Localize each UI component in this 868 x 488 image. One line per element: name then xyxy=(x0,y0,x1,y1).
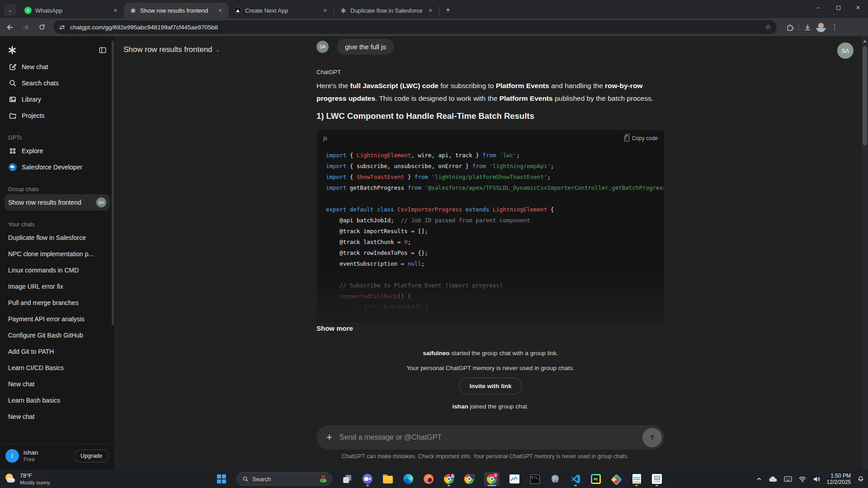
chrome-work-button[interactable] xyxy=(464,472,475,486)
upgrade-button[interactable]: Upgrade xyxy=(74,450,109,462)
task-view-button[interactable] xyxy=(342,472,353,486)
teams-chat-button[interactable] xyxy=(362,472,373,486)
chat-history-item[interactable]: Duplicate flow in Salesforce xyxy=(5,230,110,246)
vscode-button[interactable] xyxy=(570,472,581,486)
chat-history-item[interactable]: New chat xyxy=(5,408,110,425)
taskbar-search[interactable]: Search xyxy=(236,472,332,486)
chat-history-item[interactable]: Add Git to PATH xyxy=(5,343,110,360)
sidebar-item-library[interactable]: Library xyxy=(5,91,110,108)
chat-history-item[interactable]: Learn CI/CD Basics xyxy=(5,360,110,376)
send-button[interactable] xyxy=(642,428,662,447)
chat-history-item[interactable]: Configure Git Bash GitHub xyxy=(5,327,110,343)
command-prompt-button[interactable]: C:\_ xyxy=(529,472,540,486)
profile-row[interactable]: I ishan Free Upgrade xyxy=(0,444,114,470)
sidebar-item-label: Projects xyxy=(22,112,45,119)
browser-menu-icon[interactable]: ⋮ xyxy=(828,20,841,34)
volume-icon[interactable] xyxy=(813,476,821,483)
tab-whatsapp[interactable]: WhatsApp ✕ xyxy=(19,3,124,18)
close-button[interactable]: ✕ xyxy=(848,0,868,15)
attach-plus-icon[interactable]: + xyxy=(326,432,332,443)
taskbar-clock[interactable]: 1:50 PM 12/2/2025 xyxy=(827,473,851,485)
show-more-link[interactable]: Show more xyxy=(316,324,353,332)
projects-folder-icon xyxy=(8,112,17,120)
sidebar-toggle-icon[interactable] xyxy=(98,46,107,55)
bookmark-star-icon[interactable]: ☆ xyxy=(765,23,771,31)
page-scrollbar[interactable] xyxy=(862,36,868,470)
chat-history-item[interactable]: Payment API error analysis xyxy=(5,311,110,327)
url-text[interactable]: chatgpt.com/gg/692e995abc948199af7cf445a… xyxy=(70,24,765,31)
teams-chat-icon xyxy=(363,474,373,484)
message-composer[interactable]: + xyxy=(316,425,665,450)
git-button[interactable] xyxy=(611,472,622,486)
tab-close-icon[interactable]: ✕ xyxy=(216,6,224,14)
sidebar-item-salesforce-developer[interactable]: DEV Salesforce Developer xyxy=(5,159,110,175)
tab-label: Create Next App xyxy=(245,7,317,14)
new-tab-button[interactable]: + xyxy=(442,4,454,16)
chat-history-item[interactable]: Image URL error fix xyxy=(5,278,110,295)
notepad-button[interactable] xyxy=(631,472,642,486)
clock-date: 12/2/2025 xyxy=(827,479,851,485)
back-button[interactable] xyxy=(3,20,16,34)
sidebar-item-new-chat[interactable]: New chat xyxy=(5,59,110,75)
downloads-icon[interactable] xyxy=(801,20,814,34)
tab-close-icon[interactable]: ✕ xyxy=(111,6,119,14)
tab-show-row-results[interactable]: Show row results frontend ✕ xyxy=(124,3,229,18)
window-controls: – ✕ xyxy=(808,0,868,15)
sidebar-item-label: New chat xyxy=(22,63,48,70)
tab-close-icon[interactable]: ✕ xyxy=(426,6,434,14)
reload-button[interactable] xyxy=(35,20,49,34)
taskpro-button[interactable]: TaskPro xyxy=(651,472,662,486)
scrollbar-up-arrow[interactable] xyxy=(863,40,867,42)
address-bar[interactable]: chatgpt.com/gg/692e995abc948199af7cf445a… xyxy=(53,20,777,34)
onedrive-icon[interactable] xyxy=(769,476,778,482)
conversation-title-dropdown[interactable]: Show row results frontend ⌄ xyxy=(123,45,220,54)
notification-bell-icon[interactable] xyxy=(857,475,864,483)
weather-widget[interactable]: 78°F Mostly sunny xyxy=(5,470,50,488)
profile-avatar[interactable] xyxy=(814,20,828,34)
vscode-icon xyxy=(571,474,580,484)
firefox-button[interactable] xyxy=(423,472,434,486)
wifi-icon[interactable] xyxy=(798,476,807,483)
tab-search-button[interactable]: ⌄ xyxy=(4,4,16,16)
tab-duplicate-flow[interactable]: Duplicate flow in Salesforce ✕ xyxy=(334,3,439,18)
forward-button[interactable] xyxy=(19,20,33,34)
copy-code-button[interactable]: Copy code xyxy=(624,135,658,141)
sidebar-item-search-chats[interactable]: Search chats xyxy=(5,75,110,91)
weather-temp: 78°F xyxy=(20,473,50,479)
chrome-active-button[interactable]: S xyxy=(484,472,500,486)
pycharm-button[interactable]: PC xyxy=(590,472,601,486)
task-manager-button[interactable] xyxy=(509,472,520,486)
chatgpt-logo xyxy=(7,45,17,55)
message-input[interactable] xyxy=(340,433,642,441)
sidebar-scrollbar[interactable] xyxy=(112,39,114,467)
touch-keyboard-icon[interactable] xyxy=(784,476,792,482)
chat-history-item[interactable]: Linux commands in CMD xyxy=(5,262,110,278)
browser-toolbar: chatgpt.com/gg/692e995abc948199af7cf445a… xyxy=(0,18,868,36)
chat-history-item[interactable]: Learn Bash basics xyxy=(5,392,110,408)
start-button[interactable] xyxy=(216,472,227,486)
sidebar-item-explore-gpts[interactable]: Explore xyxy=(5,143,110,159)
chat-history-item[interactable]: NPC clone implementation p... xyxy=(5,246,110,262)
chevron-down-icon: ⌄ xyxy=(216,47,220,53)
tab-create-next-app[interactable]: Create Next App ✕ xyxy=(229,3,334,18)
tab-close-icon[interactable]: ✕ xyxy=(321,6,329,14)
account-avatar[interactable]: SA xyxy=(837,42,854,59)
minimize-button[interactable]: – xyxy=(808,0,828,15)
notepad-icon xyxy=(632,474,641,484)
edge-button[interactable] xyxy=(403,472,414,486)
scrollbar-thumb[interactable] xyxy=(863,46,867,145)
restore-button[interactable] xyxy=(828,0,848,15)
chat-history-item[interactable]: Pull and merge branches xyxy=(5,295,110,311)
invite-with-link-button[interactable]: Invite with link xyxy=(459,378,522,394)
site-info-icon[interactable] xyxy=(59,24,66,31)
hidden-icons-chevron[interactable] xyxy=(756,476,762,482)
intro-paragraph: Here's the full JavaScript (LWC) code fo… xyxy=(316,80,665,105)
chrome-profile-button[interactable] xyxy=(443,472,454,486)
file-explorer-button[interactable] xyxy=(382,472,393,486)
postgresql-button[interactable] xyxy=(550,472,561,486)
user-message-row: SA give the full js xyxy=(316,39,394,55)
sidebar-item-group-chat-active[interactable]: Show row results frontend SA xyxy=(5,194,110,211)
extensions-icon[interactable] xyxy=(783,20,797,34)
chat-history-item[interactable]: New chat xyxy=(5,376,110,392)
sidebar-item-projects[interactable]: Projects xyxy=(5,108,110,124)
